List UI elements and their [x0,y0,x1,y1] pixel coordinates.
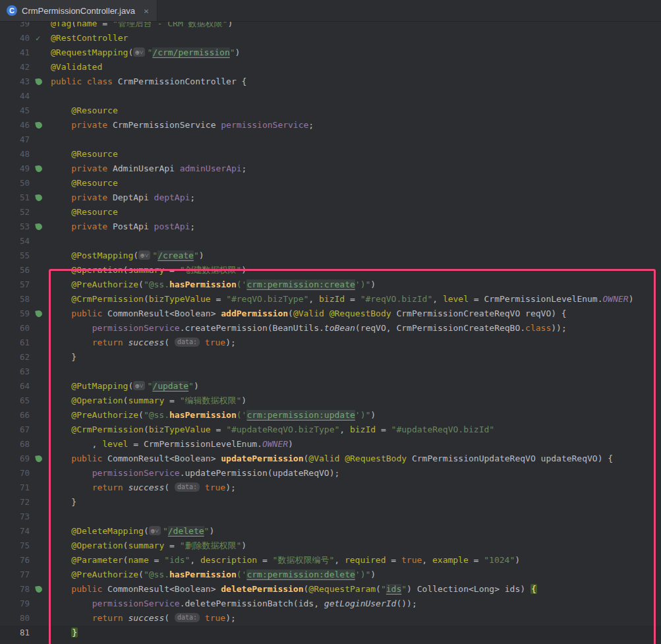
line-number[interactable]: 44 [0,89,30,103]
code-line[interactable]: 67 @CrmPermission(bizTypeValue = "#updat… [0,423,661,437]
code-line[interactable]: 68 , level = CrmPermissionLevelEnum.OWNE… [0,437,661,452]
code-line[interactable]: 63 [0,365,661,379]
line-number[interactable]: 67 [0,423,30,437]
line-number[interactable]: 81 [0,626,30,640]
line-number[interactable]: 57 [0,278,30,292]
line-number[interactable]: 40 [0,31,30,45]
code-line[interactable]: 46 private CrmPermissionService permissi… [0,118,661,132]
code-line[interactable]: 41@RequestMapping(⊕˅"/crm/permission") [0,45,661,60]
spring-bean-icon[interactable] [35,455,43,463]
spring-bean-icon[interactable] [35,194,43,202]
line-number[interactable]: 42 [0,60,30,74]
line-number[interactable]: 68 [0,437,30,452]
code-line[interactable]: 48 @Resource [0,147,661,161]
code-editor[interactable]: 39@Tag(name = "管理后台 - CRM 数据权限")40✓@Rest… [0,22,661,644]
tab-crmpermissioncontroller-java[interactable]: C CrmPermissionController.java × [0,0,158,21]
code-line[interactable]: 55 @PostMapping(⊕˅"/create") [0,249,661,263]
gutter [30,510,51,524]
tab-close-icon[interactable]: × [144,6,149,16]
spring-bean-icon[interactable] [35,223,43,231]
line-number[interactable]: 79 [0,597,30,611]
code-line[interactable]: 54 [0,234,661,249]
line-number[interactable]: 63 [0,365,30,379]
code-line[interactable]: 70 permissionService.updatePermission(up… [0,466,661,481]
line-number[interactable]: 52 [0,205,30,220]
line-number[interactable]: 72 [0,495,30,510]
line-number[interactable]: 62 [0,350,30,365]
line-number[interactable]: 58 [0,292,30,307]
line-number[interactable]: 65 [0,394,30,408]
spring-bean-icon[interactable] [35,310,43,318]
line-number[interactable]: 43 [0,74,30,89]
code-line[interactable]: 44 [0,89,661,103]
line-number[interactable]: 47 [0,132,30,147]
line-number[interactable]: 50 [0,176,30,190]
line-number[interactable]: 49 [0,161,30,176]
line-number[interactable]: 75 [0,539,30,553]
line-number[interactable]: 76 [0,553,30,568]
code-line[interactable]: 65 @Operation(summary = "编辑数据权限") [0,394,661,408]
line-number[interactable]: 46 [0,118,30,132]
code-line[interactable]: 40✓@RestController [0,31,661,45]
code-line[interactable]: 49 private AdminUserApi adminUserApi; [0,161,661,176]
spring-bean-icon[interactable] [35,165,43,173]
code-line[interactable]: 72 } [0,495,661,510]
line-number[interactable]: 59 [0,307,30,321]
line-number[interactable]: 78 [0,582,30,597]
code-line[interactable]: 52 @Resource [0,205,661,220]
code-line[interactable]: 47 [0,132,661,147]
code-line[interactable]: 73 [0,510,661,524]
line-number[interactable]: 73 [0,510,30,524]
code-token: public class [51,76,113,86]
code-line[interactable]: 80 return success( data: true); [0,611,661,626]
line-number[interactable]: 51 [0,190,30,205]
line-number[interactable]: 69 [0,452,30,466]
code-line[interactable]: 78 public CommonResult<Boolean> deletePe… [0,582,661,597]
line-number[interactable]: 60 [0,321,30,336]
code-line[interactable]: 60 permissionService.createPermission(Be… [0,321,661,336]
code-line[interactable]: 42@Validated [0,60,661,74]
line-number[interactable]: 80 [0,611,30,626]
line-number[interactable]: 39 [0,22,30,31]
code-line[interactable]: 50 @Resource [0,176,661,190]
spring-check-icon[interactable]: ✓ [36,34,40,43]
spring-bean-icon[interactable] [35,585,43,593]
line-number[interactable]: 55 [0,249,30,263]
code-line[interactable]: 61 return success( data: true); [0,336,661,350]
code-line[interactable]: 81 } [0,626,661,640]
line-number[interactable]: 41 [0,45,30,60]
code-line[interactable]: 79 permissionService.deletePermissionBat… [0,597,661,611]
code-line[interactable]: 58 @CrmPermission(bizTypeValue = "#reqVO… [0,292,661,307]
code-line[interactable]: 77 @PreAuthorize("@ss.hasPermission('crm… [0,568,661,582]
line-number[interactable]: 54 [0,234,30,249]
code-line[interactable]: 69 public CommonResult<Boolean> updatePe… [0,452,661,466]
code-line[interactable]: 74 @DeleteMapping(⊕˅"/delete") [0,524,661,539]
line-number[interactable]: 48 [0,147,30,161]
code-line[interactable]: 51 private DeptApi deptApi; [0,190,661,205]
line-number[interactable]: 64 [0,379,30,394]
code-line[interactable]: 53 private PostApi postApi; [0,220,661,234]
spring-bean-icon[interactable] [35,78,43,86]
code-line[interactable]: 66 @PreAuthorize("@ss.hasPermission('crm… [0,408,661,423]
code-line[interactable]: 56 @Operation(summary = "创建数据权限") [0,263,661,278]
code-line[interactable]: 76 @Parameter(name = "ids", description … [0,553,661,568]
line-number[interactable]: 56 [0,263,30,278]
spring-bean-icon[interactable] [35,121,43,129]
code-line[interactable]: 57 @PreAuthorize("@ss.hasPermission('crm… [0,278,661,292]
line-number[interactable]: 61 [0,336,30,350]
code-line[interactable]: 64 @PutMapping(⊕˅"/update") [0,379,661,394]
code-line[interactable]: 43public class CrmPermissionController { [0,74,661,89]
line-number[interactable]: 45 [0,103,30,118]
code-line[interactable]: 39@Tag(name = "管理后台 - CRM 数据权限") [0,22,661,31]
line-number[interactable]: 70 [0,466,30,481]
line-number[interactable]: 71 [0,481,30,495]
line-number[interactable]: 53 [0,220,30,234]
line-number[interactable]: 66 [0,408,30,423]
code-line[interactable]: 59 public CommonResult<Boolean> addPermi… [0,307,661,321]
line-number[interactable]: 77 [0,568,30,582]
code-line[interactable]: 45 @Resource [0,103,661,118]
code-line[interactable]: 71 return success( data: true); [0,481,661,495]
code-line[interactable]: 62 } [0,350,661,365]
code-line[interactable]: 75 @Operation(summary = "删除数据权限") [0,539,661,553]
line-number[interactable]: 74 [0,524,30,539]
